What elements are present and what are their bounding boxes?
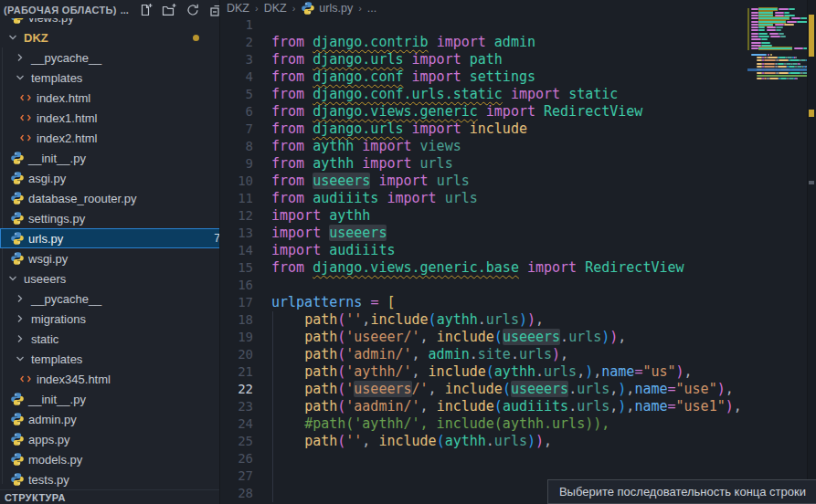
- line-number[interactable]: 11: [220, 190, 253, 207]
- tree-item-index2-html[interactable]: index2.html: [0, 128, 220, 148]
- tree-item-migrations[interactable]: migrations: [0, 309, 220, 329]
- line-number[interactable]: 22: [220, 381, 253, 398]
- code-line-24[interactable]: 24 #path('aythh/', include(aythh.urls)),: [220, 415, 747, 433]
- line-number[interactable]: 19: [220, 329, 253, 346]
- code-line-16[interactable]: 16: [220, 277, 747, 294]
- minimap-line: [751, 38, 761, 40]
- tree-item-templates[interactable]: templates: [0, 68, 220, 88]
- tree-item-models-py[interactable]: models.py: [0, 449, 220, 469]
- code-line-10[interactable]: 10from useeers import urls: [220, 173, 747, 190]
- code-line-19[interactable]: 19 path('useeer/', include(useeers.urls)…: [220, 329, 747, 346]
- tree-item--pycache-[interactable]: __pycache__: [0, 47, 220, 68]
- line-number[interactable]: 15: [220, 259, 253, 277]
- tree-item-label: templates: [31, 352, 82, 366]
- minimap-line: [778, 63, 785, 65]
- code-line-26[interactable]: 26: [220, 450, 747, 467]
- tree-item-static[interactable]: static: [0, 329, 220, 349]
- line-number[interactable]: 2: [220, 34, 253, 51]
- minimap-line: [751, 17, 758, 19]
- line-number[interactable]: 20: [220, 346, 253, 363]
- code-line-5[interactable]: 5from django.conf.urls.static import sta…: [220, 86, 747, 103]
- tree-item--pycache-[interactable]: __pycache__: [0, 289, 220, 309]
- code-line-4[interactable]: 4from django.conf import settings: [220, 68, 747, 86]
- tree-item-index345-html[interactable]: index345.html: [0, 369, 220, 389]
- tree-item-templates[interactable]: templates: [0, 349, 220, 369]
- code-line-13[interactable]: 13import useeers: [220, 225, 747, 242]
- line-number[interactable]: 3: [220, 51, 253, 68]
- code-line-14[interactable]: 14import audiiits: [220, 242, 747, 259]
- code-line-20[interactable]: 20 path('admin/', admin.site.urls),: [220, 346, 747, 363]
- code-area[interactable]: 12from django.contrib import admin3from …: [220, 0, 747, 504]
- code-text: path('', include(aythh.urls)),: [271, 433, 552, 450]
- line-number[interactable]: 7: [220, 121, 253, 138]
- line-number[interactable]: 6: [220, 103, 253, 121]
- minimap-line: [758, 33, 768, 35]
- code-line-7[interactable]: 7from django.urls import include: [220, 121, 747, 138]
- line-number[interactable]: 18: [220, 311, 253, 329]
- tree-item-admin-py[interactable]: admin.py: [0, 409, 220, 429]
- tree-item-label: __pycache__: [31, 51, 101, 65]
- tree-item-database-roouter-py[interactable]: database_roouter.py: [0, 188, 220, 208]
- code-line-8[interactable]: 8from aythh import views: [220, 138, 747, 155]
- tree-item-wsgi-py[interactable]: wsgi.py: [0, 248, 220, 268]
- code-line-11[interactable]: 11from audiiits import urls: [220, 190, 747, 207]
- line-number[interactable]: 23: [220, 398, 253, 415]
- code-line-1[interactable]: 1: [220, 16, 747, 34]
- line-number[interactable]: 4: [220, 68, 253, 86]
- tree-item-urls-py[interactable]: urls.py7: [0, 228, 220, 248]
- scroll-marker: [809, 181, 814, 184]
- tree-item-label: index345.html: [37, 373, 111, 386]
- tree-item-settings-py[interactable]: settings.py: [0, 208, 220, 228]
- minimap[interactable]: [747, 0, 808, 504]
- line-number[interactable]: 13: [220, 225, 253, 242]
- minimap-line: [787, 21, 797, 23]
- new-file-icon[interactable]: [138, 3, 153, 17]
- line-number[interactable]: 27: [220, 467, 253, 485]
- minimap-line: [758, 36, 769, 37]
- collapse-all-icon[interactable]: [209, 3, 220, 17]
- code-line-2[interactable]: 2from django.contrib import admin: [220, 34, 747, 51]
- code-text: from useeers import urls: [271, 173, 470, 190]
- code-line-17[interactable]: 17urlpatterns = [: [220, 294, 747, 311]
- code-line-9[interactable]: 9from aythh import urls: [220, 155, 747, 173]
- tree-item-index-html[interactable]: index.html: [0, 88, 220, 108]
- line-number[interactable]: 8: [220, 138, 253, 155]
- line-number[interactable]: 12: [220, 207, 253, 225]
- line-number[interactable]: 16: [220, 277, 253, 294]
- tree-item-index1-html[interactable]: index1.html: [0, 108, 220, 128]
- line-number[interactable]: 21: [220, 363, 253, 381]
- tree-item--init-py[interactable]: __init__.py: [0, 148, 220, 168]
- line-number[interactable]: 1: [220, 16, 253, 34]
- tree-item-asgi-py[interactable]: asgi.py: [0, 168, 220, 188]
- line-number[interactable]: 5: [220, 86, 253, 103]
- code-line-6[interactable]: 6from django.views.generic import Redire…: [220, 103, 747, 121]
- tree-item--init-py[interactable]: __init__.py: [0, 389, 220, 409]
- outline-section-header[interactable]: СТРУКТУРА: [0, 489, 219, 504]
- line-number[interactable]: 9: [220, 155, 253, 173]
- overview-ruler[interactable]: [807, 0, 816, 504]
- line-number[interactable]: 17: [220, 294, 253, 311]
- code-line-18[interactable]: 18 path('',include(aythh.urls)),: [220, 311, 747, 329]
- code-line-22[interactable]: 22 path('useeers/', include(useeers.urls…: [220, 381, 747, 398]
- line-number[interactable]: 14: [220, 242, 253, 259]
- tree-item-tests-py[interactable]: tests.py: [0, 469, 220, 489]
- line-number[interactable]: 24: [220, 415, 253, 433]
- code-line-12[interactable]: 12import aythh: [220, 207, 747, 225]
- code-line-15[interactable]: 15from django.views.generic.base import …: [220, 259, 747, 277]
- line-number[interactable]: 26: [220, 450, 253, 467]
- code-line-21[interactable]: 21 path('aythh/', include(aythh.urls,),n…: [220, 363, 747, 381]
- code-line-23[interactable]: 23 path('aadmin/', include(audiiits.urls…: [220, 398, 747, 415]
- chevron-right-icon: [13, 311, 27, 326]
- more-actions-button[interactable]: ...: [121, 5, 129, 16]
- minimap-line: [780, 36, 786, 37]
- refresh-icon[interactable]: [185, 3, 200, 17]
- tree-item-apps-py[interactable]: apps.py: [0, 429, 220, 449]
- code-line-25[interactable]: 25 path('', include(aythh.urls)),: [220, 433, 747, 450]
- tree-item-useeers[interactable]: useeers: [0, 268, 220, 289]
- tree-item-dkz[interactable]: DKZ: [0, 27, 220, 47]
- code-line-3[interactable]: 3from django.urls import path: [220, 51, 747, 68]
- line-number[interactable]: 10: [220, 173, 253, 190]
- line-number[interactable]: 25: [220, 433, 253, 450]
- new-folder-icon[interactable]: [162, 3, 176, 17]
- line-number[interactable]: 28: [220, 485, 253, 502]
